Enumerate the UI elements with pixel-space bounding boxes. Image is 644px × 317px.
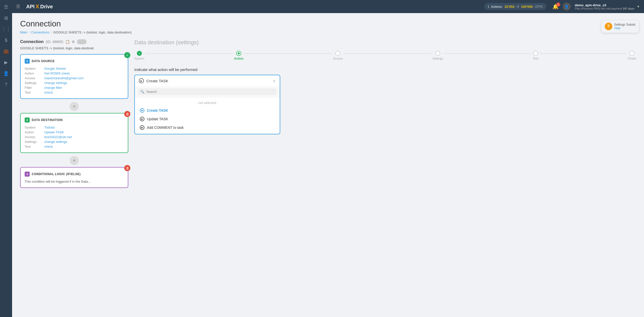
step-settings-label: Settings <box>432 57 443 60</box>
logo-x: X <box>35 3 39 10</box>
dropdown-search-input[interactable] <box>146 90 274 94</box>
topbar-logo: API X Drive <box>26 3 53 10</box>
conditional-logic-delete-button[interactable]: 🗑 <box>124 165 130 171</box>
data-source-number: 1 <box>25 59 30 64</box>
data-destination-access-label: Access <box>25 135 42 139</box>
data-destination-access-value[interactable]: test20022@ukr.net <box>44 135 72 139</box>
step-finish-circle <box>629 51 634 56</box>
breadcrumb: Main / Connections / GOOGLE SHEETS -> (t… <box>20 30 636 34</box>
connection-title: Connection <box>20 39 44 44</box>
conditional-logic-subtitle: This condition will be triggered if in t… <box>25 180 124 183</box>
copy-icon[interactable]: 📋 <box>65 40 70 44</box>
data-destination-system-label: System <box>25 126 42 129</box>
step-access[interactable]: Access <box>333 51 343 60</box>
dropdown-search-inner: 🔍 <box>138 88 277 95</box>
step-access-circle <box>335 51 340 56</box>
conditional-logic-number: 3 <box>25 172 30 177</box>
sidebar-play-icon[interactable]: ▶ <box>2 58 11 67</box>
sidebar-briefcase-icon[interactable]: 💼 <box>2 47 11 56</box>
data-source-system-value[interactable]: Google Sheets <box>44 67 66 70</box>
data-source-settings-row: Settings change settings <box>25 81 124 85</box>
step-test-label: Test <box>533 57 538 60</box>
sidebar-user-icon[interactable]: 👤 <box>2 69 11 78</box>
dropdown-option-add-comment-label: Add COMMENT to task <box>147 126 184 130</box>
sidebar-money-icon[interactable]: $ <box>2 36 11 45</box>
step-action[interactable]: Action <box>234 51 243 60</box>
data-source-filter-value[interactable]: change filter <box>44 86 62 90</box>
topbar-chevron-icon: ▼ <box>636 5 640 9</box>
step-line-3 <box>344 53 431 54</box>
search-icon: 🔍 <box>140 90 144 94</box>
data-source-filter-label: Filter <box>25 86 42 90</box>
step-action-label: Action <box>234 57 243 60</box>
data-source-settings-label: Settings <box>25 81 42 85</box>
data-destination-header: 2 DATA DESTINATION <box>25 117 124 123</box>
help-settings-label: Settings Todoist <box>614 23 636 26</box>
right-panel-header: Data destination (settings) <box>134 39 636 46</box>
data-destination-test-value[interactable]: check <box>44 145 53 148</box>
sidebar: ☰ ⊞ ⋮⋮ $ 💼 ▶ 👤 ? <box>0 0 12 317</box>
help-link[interactable]: Help <box>614 26 636 30</box>
topbar-actions-count: 22'052 <box>505 5 514 9</box>
main-content: Connection Main / Connections / GOOGLE S… <box>12 13 644 317</box>
data-source-rows: System Google Sheets Action Get ROWS (ne… <box>25 67 124 94</box>
dropdown-selected-option[interactable]: ▶ Create TASK ∧ <box>135 75 280 86</box>
topbar: ☰ API X Drive ℹ Actions: 22'052 of 100'0… <box>12 0 644 13</box>
sidebar-menu-icon[interactable]: ☰ <box>2 3 11 12</box>
data-destination-settings-value[interactable]: change settings <box>44 140 67 144</box>
topbar-avatar: 👤 <box>563 3 571 11</box>
action-dropdown[interactable]: ▶ Create TASK ∧ 🔍 - not selected - <box>134 75 280 134</box>
topbar-info-icon: ℹ <box>488 5 489 9</box>
help-text: Settings Todoist Help <box>614 23 636 30</box>
connection-toggle[interactable] <box>77 39 87 44</box>
data-source-test-label: Test <box>25 91 42 94</box>
conditional-logic-card: ✓ 🗑 3 CONDITIONAL LOGIC (IF/ELSE) This c… <box>20 167 128 188</box>
breadcrumb-main[interactable]: Main <box>20 30 27 34</box>
data-source-action-value[interactable]: Get ROWS (new) <box>44 71 70 75</box>
data-destination-settings-label: Settings <box>25 140 42 144</box>
topbar-username: demo_apix-drive_s3 <box>575 3 634 7</box>
dropdown-option-play-create: ▶ <box>140 108 144 113</box>
data-destination-delete-button[interactable]: 🗑 <box>124 111 130 117</box>
step-settings[interactable]: Settings <box>432 51 443 60</box>
breadcrumb-connections[interactable]: Connections <box>31 30 49 34</box>
connection-id: (ID: 48865) <box>46 40 63 44</box>
logo-drive: Drive <box>40 4 53 10</box>
dropdown-option-create-task[interactable]: ▶ Create TASK <box>135 106 280 115</box>
add-between-2-3-button[interactable]: + <box>70 156 79 165</box>
sidebar-home-icon[interactable]: ⊞ <box>2 14 11 23</box>
sidebar-help-icon[interactable]: ? <box>2 80 11 89</box>
dropdown-option-create-task-label: Create TASK <box>147 108 168 112</box>
data-destination-rows: System Todoist Action Update TASK Access… <box>25 126 124 148</box>
data-destination-card: ✓ 🗑 2 DATA DESTINATION System Todoist Ac… <box>20 113 128 153</box>
topbar-user[interactable]: demo_apix-drive_s3 Plan |Premium PRO| le… <box>575 3 640 10</box>
step-finish[interactable]: Finish <box>628 51 636 60</box>
dropdown-option-add-comment[interactable]: ▶ Add COMMENT to task <box>135 123 280 132</box>
data-destination-action-value[interactable]: Update TASK <box>44 130 64 134</box>
add-between-1-2-button[interactable]: + <box>70 102 79 111</box>
sidebar-flows-icon[interactable]: ⋮⋮ <box>2 25 11 34</box>
dropdown-option-update-task[interactable]: ▶ Update TASK <box>135 115 280 123</box>
step-test[interactable]: Test <box>533 51 538 60</box>
help-button[interactable]: ? Settings Todoist Help <box>601 20 639 33</box>
right-panel-title: Data destination <box>134 39 174 46</box>
topbar-user-info: demo_apix-drive_s3 Plan |Premium PRO| le… <box>575 3 634 10</box>
data-source-check: ✓ <box>124 52 130 58</box>
data-source-settings-value[interactable]: change settings <box>44 81 67 85</box>
data-source-test-value[interactable]: check <box>44 91 53 94</box>
data-source-action-label: Action <box>25 71 42 75</box>
step-line-2 <box>244 53 332 54</box>
step-test-circle <box>533 51 538 56</box>
data-source-access-label: Access <box>25 76 42 80</box>
topbar-menu-icon[interactable]: ☰ <box>16 4 20 9</box>
topbar-actions-label: Actions: <box>491 5 503 9</box>
data-destination-number: 2 <box>25 117 30 123</box>
step-system-label: System <box>134 57 144 60</box>
topbar-bell-icon[interactable]: 🔔 1 <box>552 4 559 10</box>
data-destination-settings-row: Settings change settings <box>25 140 124 144</box>
right-panel-subtitle: (settings) <box>176 39 198 46</box>
settings-icon[interactable]: ⚙ <box>72 40 75 44</box>
data-source-access-value[interactable]: maverickandrii@gmail.com <box>44 76 84 80</box>
dropdown-option-play-update: ▶ <box>140 117 144 121</box>
data-destination-system-value[interactable]: Todoist <box>44 126 55 129</box>
